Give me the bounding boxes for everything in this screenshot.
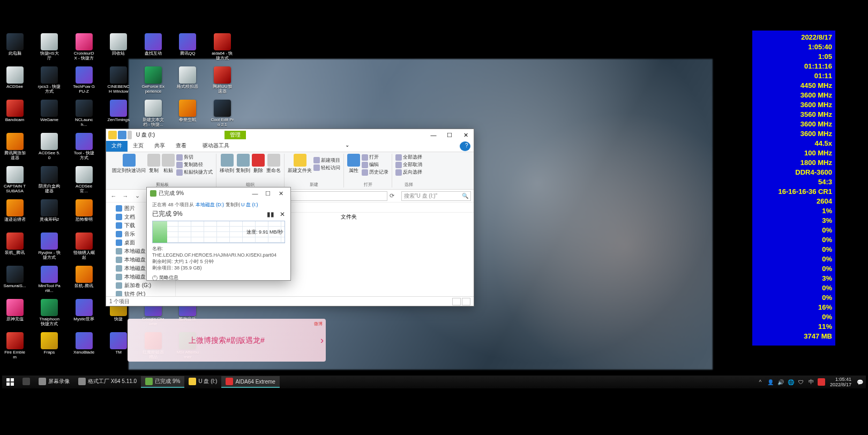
desktop-item[interactable]: 怪物猎人崛起 [72, 232, 95, 264]
tray-clock[interactable]: 1:05:41 2022/8/17 [828, 377, 854, 387]
manage-tab[interactable]: 管理 [225, 131, 246, 139]
tray-overflow-icon[interactable]: ^ [757, 378, 764, 386]
desktop-item[interactable]: 此电脑 [3, 33, 26, 64]
pin-button[interactable]: 固定到快速访问 [112, 154, 146, 176]
ribbon-collapse-icon[interactable]: ⌄ [342, 141, 353, 152]
pasteshortcut-button[interactable]: 粘贴快捷方式 [176, 169, 213, 176]
desktop-item[interactable]: ACDSee 官... [72, 166, 95, 197]
copy-button[interactable]: 复制 [147, 154, 160, 176]
desktop-item[interactable]: Fire Emblem [3, 332, 26, 363]
rename-button[interactable]: 重命名 [266, 154, 281, 174]
copy-minimize-button[interactable]: — [249, 190, 261, 197]
nav-forward-icon[interactable]: → [121, 191, 130, 201]
cancel-button[interactable]: ✕ [280, 211, 285, 218]
desktop-item[interactable]: 装机-腾讯 [72, 266, 95, 297]
copy-close-button[interactable]: ✕ [274, 190, 287, 197]
desktop-item[interactable]: 腾讯QQ [176, 33, 199, 64]
maximize-button[interactable]: ☐ [442, 129, 458, 141]
desktop-item[interactable]: 装机_腾讯 [3, 232, 26, 264]
desktop-item[interactable]: GeForce Experience [141, 66, 164, 98]
banner-arrow-icon[interactable]: › [320, 335, 324, 346]
desktop-item[interactable]: ACDSee 5.0 [38, 133, 61, 164]
taskbar-item[interactable]: AIDA64 Extreme [221, 376, 279, 388]
desktop-item[interactable]: ACDSee [3, 66, 26, 98]
weibo-banner[interactable]: 上微博搜索#剧版遇龙# 微博 › [128, 319, 326, 362]
desktop-item[interactable]: 恐怖黎明 [72, 199, 95, 230]
tab-share[interactable]: 共享 [149, 141, 170, 152]
copy-dst-link[interactable]: U 盘 (I:) [241, 202, 258, 207]
desktop-item[interactable]: Bandicam [3, 100, 26, 131]
moveto-button[interactable]: 移动到 [220, 154, 234, 174]
tab-file[interactable]: 文件 [106, 141, 128, 152]
fewer-details-toggle[interactable]: ⌃简略信息 [152, 274, 285, 281]
tray-shield-icon[interactable]: 🛡 [797, 378, 805, 386]
tab-drivetools[interactable]: 驱动器工具 [197, 141, 235, 152]
desktop-item[interactable]: CINEBENCH Windows... [107, 66, 130, 98]
tray-network-icon[interactable]: 🌐 [787, 378, 795, 386]
desktop-item[interactable]: Fraps [38, 332, 61, 363]
refresh-icon[interactable]: ⟳ [390, 192, 399, 199]
open-button[interactable]: 打开 [362, 154, 388, 161]
desktop-item[interactable]: 遗迹追猎者 [3, 199, 26, 230]
tray-app-icon[interactable] [818, 378, 825, 386]
pause-button[interactable]: ▮▮ [267, 211, 274, 218]
tray-notifications-icon[interactable]: 💬 [856, 378, 864, 386]
edit-button[interactable]: 编辑 [362, 161, 388, 168]
desktop-item[interactable]: WeGame [38, 100, 61, 131]
desktop-item[interactable]: MiniTool Partit... [38, 266, 61, 297]
copypath-button[interactable]: 复制路径 [176, 161, 213, 168]
desktop-item[interactable]: Thaiphoon 快捷方式 [38, 299, 61, 330]
tray-people-icon[interactable]: 👤 [767, 378, 774, 386]
selectall-button[interactable]: 全部选择 [395, 154, 422, 161]
delete-button[interactable]: 删除 [252, 154, 265, 174]
tab-view[interactable]: 查看 [170, 141, 192, 152]
desktop-item[interactable]: 新建文本文档 - 快捷... [141, 100, 164, 131]
desktop-item[interactable]: CroixleurDX - 快捷方式 [72, 33, 95, 64]
desktop-item[interactable]: 网易UU加速器 [211, 66, 234, 98]
copy-maximize-button[interactable]: ☐ [261, 190, 274, 197]
desktop-item[interactable]: Ryujinx - 快捷方式 [38, 232, 61, 264]
close-button[interactable]: ✕ [458, 129, 474, 141]
view-details-icon[interactable] [452, 298, 461, 305]
desktop-item[interactable]: aida64 - 快捷方式 [211, 33, 234, 64]
tab-home[interactable]: 主页 [128, 141, 149, 152]
paste-button[interactable]: 粘贴 [162, 154, 175, 176]
help-icon[interactable]: ? [460, 141, 470, 151]
taskbar-item[interactable]: 格式工厂 X64 5.11.0 [74, 376, 141, 388]
explorer-titlebar[interactable]: U 盘 (I:) 管理 — ☐ ✕ [106, 129, 474, 141]
cut-button[interactable]: 剪切 [176, 154, 213, 161]
properties-button[interactable]: 属性 [347, 154, 360, 176]
nav-recent-icon[interactable]: ⌄ [132, 191, 142, 201]
desktop-item[interactable]: TM [107, 332, 130, 363]
taskview-button[interactable] [18, 376, 34, 388]
qat-dropdown-icon[interactable] [128, 131, 132, 139]
copy-titlebar[interactable]: 已完成 9% — ☐ ✕ [147, 188, 290, 199]
desktop-item[interactable]: 快捷HS大厅 [38, 33, 61, 64]
desktop-item[interactable]: 格式模拟器 [176, 66, 199, 98]
desktop-item[interactable]: 原神充值 [3, 299, 26, 330]
desktop-item[interactable]: Cool Edit Pro 2.1 [211, 100, 234, 131]
history-button[interactable]: 历史记录 [362, 169, 388, 176]
nav-back-icon[interactable]: ← [109, 191, 118, 201]
desktop-item[interactable]: rpcs3 - 快捷方式 [38, 66, 61, 98]
desktop-item[interactable]: 灵魂筹码2 [38, 199, 61, 230]
easyaccess-button[interactable]: 轻松访问 [313, 164, 340, 171]
desktop-item[interactable]: NCLaunch... [72, 100, 95, 131]
copyto-button[interactable]: 复制到 [236, 154, 250, 174]
desktop-item[interactable]: 阴灵白盒构建器 [38, 166, 61, 197]
desktop-item[interactable]: Mystic世界 [72, 299, 95, 330]
copy-src-link[interactable]: 本地磁盘 (D:) [196, 202, 225, 207]
newitem-button[interactable]: 新建项目 [313, 157, 340, 164]
taskbar-item[interactable]: U 盘 (I:) [184, 376, 221, 388]
start-button[interactable] [2, 378, 18, 386]
desktop-item[interactable]: ZenTimings [107, 100, 130, 131]
desktop-item[interactable]: XenoBlade [72, 332, 95, 363]
view-large-icon[interactable] [462, 298, 470, 305]
desktop-item[interactable]: CAPTAIN TSUBASA [3, 166, 26, 197]
desktop-item[interactable]: TechPow GPU-Z [72, 66, 95, 98]
tray-volume-icon[interactable]: 🔊 [777, 378, 784, 386]
desktop-item[interactable]: 腾讯网游加速器 [3, 133, 26, 164]
invert-button[interactable]: 反向选择 [395, 169, 422, 176]
tray-ime-icon[interactable]: 中 [807, 378, 815, 386]
desktop-item[interactable]: SamuraiS... [3, 266, 26, 297]
